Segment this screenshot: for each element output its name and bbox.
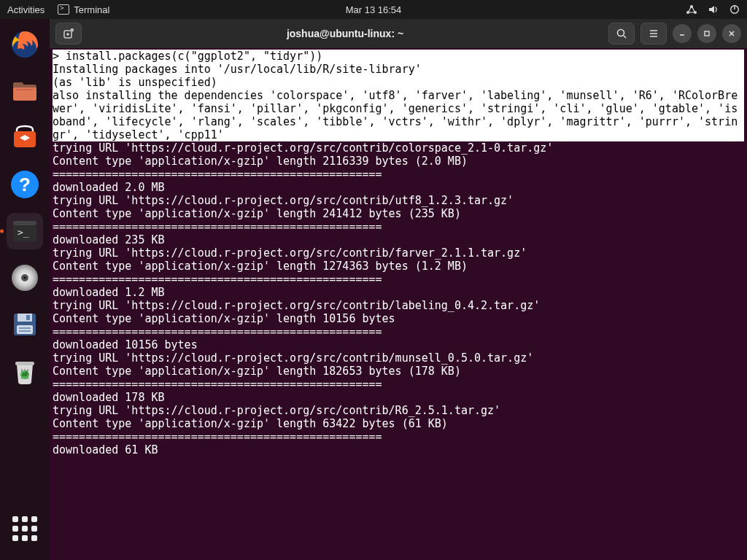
terminal-line: trying URL 'https://cloud.r-project.org/… xyxy=(53,404,744,417)
terminal-line: trying URL 'https://cloud.r-project.org/… xyxy=(53,246,744,260)
svg-text:?: ? xyxy=(19,174,31,195)
terminal-line: (as 'lib' is unspecified) xyxy=(53,76,744,89)
maximize-button[interactable] xyxy=(697,24,716,43)
activities-button[interactable]: Activities xyxy=(7,4,44,15)
terminal-line: ========================================… xyxy=(53,168,744,181)
terminal-line: ========================================… xyxy=(53,378,744,391)
dock-help[interactable]: ? xyxy=(7,166,43,203)
svg-rect-29 xyxy=(705,31,709,36)
terminal-line: Content type 'application/x-gzip' length… xyxy=(53,155,744,168)
window-title: joshua@ubuntu-linux: ~ xyxy=(88,28,603,39)
terminal-line: ========================================… xyxy=(53,430,744,443)
terminal-line: Content type 'application/x-gzip' length… xyxy=(53,260,744,273)
terminal-line: oband', 'lifecycle', 'rlang', 'scales', … xyxy=(53,115,744,128)
apps-grid-icon xyxy=(12,516,37,541)
dock-firefox[interactable] xyxy=(7,26,43,63)
svg-rect-24 xyxy=(19,330,31,332)
svg-text:>_: >_ xyxy=(18,227,29,238)
svg-rect-22 xyxy=(17,325,33,334)
top-panel: Activities Terminal Mar 13 16:54 xyxy=(0,0,747,19)
terminal-window: joshua@ubuntu-linux: ~ > install.package… xyxy=(50,19,747,560)
minimize-button[interactable] xyxy=(673,24,692,43)
terminal-line: downloaded 1.2 MB xyxy=(53,286,744,299)
terminal-output[interactable]: > install.packages(c("ggplot2", "tidyr")… xyxy=(50,48,747,560)
terminal-line: downloaded 10156 bytes xyxy=(53,338,744,351)
network-icon[interactable] xyxy=(686,4,697,15)
app-menu[interactable]: Terminal xyxy=(58,4,109,15)
terminal-line: ========================================… xyxy=(53,220,744,233)
terminal-line: Installing packages into '/usr/local/lib… xyxy=(53,63,744,76)
svg-point-28 xyxy=(618,30,624,36)
svg-rect-9 xyxy=(16,89,34,90)
dock-disc[interactable] xyxy=(7,260,43,296)
terminal-line: trying URL 'https://cloud.r-project.org/… xyxy=(53,194,744,207)
terminal-line: ========================================… xyxy=(53,273,744,286)
search-button[interactable] xyxy=(608,23,635,44)
svg-rect-7 xyxy=(13,82,23,88)
dock-terminal[interactable]: >_ xyxy=(7,213,43,249)
dock: ? >_ xyxy=(0,19,50,560)
show-applications[interactable] xyxy=(7,510,43,547)
hamburger-menu[interactable] xyxy=(640,23,667,44)
window-titlebar: joshua@ubuntu-linux: ~ xyxy=(50,19,747,48)
dock-files[interactable] xyxy=(7,73,43,109)
terminal-line: Content type 'application/x-gzip' length… xyxy=(53,417,744,430)
terminal-line: downloaded 2.0 MB xyxy=(53,181,744,194)
terminal-line: Content type 'application/x-gzip' length… xyxy=(53,312,744,325)
dock-software[interactable] xyxy=(7,120,43,156)
svg-rect-23 xyxy=(19,327,31,329)
terminal-icon xyxy=(58,4,69,15)
terminal-line: downloaded 235 KB xyxy=(53,233,744,246)
app-menu-label: Terminal xyxy=(74,4,109,15)
clock[interactable]: Mar 13 16:54 xyxy=(346,4,402,15)
power-icon[interactable] xyxy=(729,4,740,15)
svg-rect-14 xyxy=(13,221,36,225)
terminal-line: gr', 'tidyselect', 'cpp11' xyxy=(53,128,744,141)
terminal-line: wer', 'viridisLite', 'fansi', 'pillar', … xyxy=(53,102,744,115)
svg-rect-21 xyxy=(26,315,30,320)
new-tab-button[interactable] xyxy=(55,23,82,44)
terminal-line: > install.packages(c("ggplot2", "tidyr")… xyxy=(53,50,744,63)
svg-point-18 xyxy=(23,276,26,279)
dock-save[interactable] xyxy=(7,306,43,343)
terminal-line: downloaded 178 KB xyxy=(53,391,744,404)
terminal-line: trying URL 'https://cloud.r-project.org/… xyxy=(53,351,744,365)
terminal-line: downloaded 61 KB xyxy=(53,443,744,456)
terminal-line: Content type 'application/x-gzip' length… xyxy=(53,365,744,378)
volume-icon[interactable] xyxy=(708,4,719,15)
svg-rect-25 xyxy=(15,362,34,365)
close-button[interactable] xyxy=(722,24,741,43)
terminal-line: trying URL 'https://cloud.r-project.org/… xyxy=(53,299,744,312)
terminal-line: trying URL 'https://cloud.r-project.org/… xyxy=(53,141,744,155)
terminal-line: ========================================… xyxy=(53,325,744,338)
svg-rect-4 xyxy=(734,5,735,9)
terminal-line: Content type 'application/x-gzip' length… xyxy=(53,207,744,220)
dock-trash[interactable] xyxy=(7,353,43,389)
terminal-line: also installing the dependencies 'colors… xyxy=(53,89,744,102)
